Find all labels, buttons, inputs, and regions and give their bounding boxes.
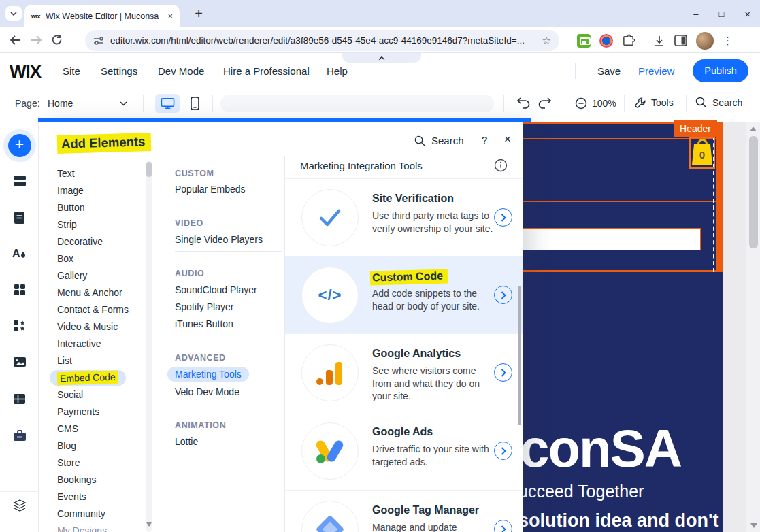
menu-settings[interactable]: Settings xyxy=(101,65,137,77)
page-selector[interactable]: Home xyxy=(48,98,73,109)
forward-button[interactable] xyxy=(26,30,46,50)
category-bookings[interactable]: Bookings xyxy=(57,474,97,485)
category-my-designs[interactable]: My Designs xyxy=(57,525,107,532)
category-blog[interactable]: Blog xyxy=(57,440,76,451)
category-events[interactable]: Events xyxy=(57,491,86,502)
close-window-button[interactable]: × xyxy=(744,8,750,20)
category-video-music[interactable]: Video & Music xyxy=(57,321,118,332)
browser-tab[interactable]: wix Wix Website Editor | Muconsa × xyxy=(24,5,180,27)
mobile-view-button[interactable] xyxy=(184,94,205,113)
editor-search-button[interactable]: Search xyxy=(695,97,742,108)
category-button[interactable]: Button xyxy=(57,202,84,213)
category-store[interactable]: Store xyxy=(57,457,80,468)
side-panel-icon[interactable] xyxy=(674,35,687,46)
row-google-ads[interactable]: Google Ads Drive traffic to your site wi… xyxy=(285,412,523,489)
category-payments[interactable]: Payments xyxy=(57,406,99,417)
header-section-label[interactable]: Header xyxy=(674,120,717,137)
category-decorative[interactable]: Decorative xyxy=(57,236,103,247)
panel-search-button[interactable]: Search xyxy=(414,135,464,146)
undo-button[interactable] xyxy=(516,97,531,110)
address-bar[interactable]: editor.wix.com/html/editor/web/renderer/… xyxy=(85,30,559,51)
redo-button[interactable] xyxy=(538,97,552,110)
sidebar-cms-button[interactable] xyxy=(0,393,39,405)
category-box[interactable]: Box xyxy=(57,253,73,264)
desktop-view-button[interactable] xyxy=(155,94,180,113)
category-image[interactable]: Image xyxy=(57,185,84,196)
zoom-control[interactable]: 100% xyxy=(575,97,616,110)
subcat-soundcloud-player[interactable]: SoundCloud Player xyxy=(175,284,257,295)
hero-heading-text[interactable]: solution idea and don't know xyxy=(523,510,723,531)
publish-button[interactable]: Publish xyxy=(693,59,748,82)
profile-avatar[interactable] xyxy=(696,32,714,50)
minimize-button[interactable]: – xyxy=(693,9,698,19)
wix-logo[interactable]: WIX xyxy=(10,61,41,82)
scroll-down-icon[interactable] xyxy=(146,522,152,527)
subcat-spotify-player[interactable]: Spotify Player xyxy=(175,301,233,312)
panel-help-button[interactable]: ? xyxy=(482,134,487,146)
downloads-icon[interactable] xyxy=(653,35,665,47)
chevron-right-icon[interactable] xyxy=(494,208,512,227)
scroll-down-button[interactable] xyxy=(746,523,760,528)
extensions-puzzle-icon[interactable] xyxy=(622,34,635,47)
menu-hire-a-professional[interactable]: Hire a Professional xyxy=(223,65,310,77)
sidebar-media-button[interactable] xyxy=(0,356,39,367)
sidebar-pages-button[interactable] xyxy=(0,211,39,225)
category-community[interactable]: Community xyxy=(57,508,105,519)
category-list[interactable]: List xyxy=(57,355,72,366)
hero-title-text[interactable]: conSA xyxy=(523,418,681,480)
chevron-right-icon[interactable] xyxy=(494,286,512,304)
category-cms[interactable]: CMS xyxy=(57,423,78,434)
row-google-analytics[interactable]: Google Analytics See where visitors come… xyxy=(285,333,523,411)
hero-tagline-text[interactable]: ucceed Together xyxy=(523,482,644,501)
site-canvas[interactable]: conSA ucceed Together solution idea and … xyxy=(523,122,723,532)
row-custom-code[interactable]: </> Custom Code Add code snippets to the… xyxy=(285,256,523,333)
sidebar-site-design-button[interactable]: A xyxy=(0,247,39,260)
chevron-right-icon[interactable] xyxy=(494,442,512,460)
row-site-verification[interactable]: Site Verification Use third party meta t… xyxy=(285,178,523,256)
chevron-right-icon[interactable] xyxy=(494,520,512,532)
subcat-marketing-tools-selected[interactable]: Marketing Tools xyxy=(175,367,249,382)
menu-help[interactable]: Help xyxy=(327,65,348,77)
category-gallery[interactable]: Gallery xyxy=(57,270,87,281)
chevron-right-icon[interactable] xyxy=(494,363,512,382)
sidebar-layers-button[interactable] xyxy=(0,499,39,512)
category-scrollbar[interactable] xyxy=(146,161,152,532)
subcat-itunes-button[interactable]: iTunes Button xyxy=(175,318,233,329)
category-contact-forms[interactable]: Contact & Forms xyxy=(57,304,129,315)
panel-close-button[interactable]: × xyxy=(504,133,511,146)
sidebar-sections-button[interactable] xyxy=(0,176,39,186)
info-icon[interactable] xyxy=(494,159,508,172)
maximize-button[interactable]: □ xyxy=(718,9,724,19)
extension-lens-icon[interactable] xyxy=(599,34,613,48)
subcat-popular-embeds[interactable]: Popular Embeds xyxy=(175,184,246,195)
row-google-tag-manager[interactable]: Google Tag Manager Manage and update xyxy=(285,490,523,532)
tab-search-button[interactable] xyxy=(5,6,22,21)
content-scrollbar-thumb[interactable] xyxy=(518,286,521,425)
menu-dev-mode[interactable]: Dev Mode xyxy=(158,65,204,77)
page-scrollbar-thumb[interactable] xyxy=(749,136,758,248)
category-social[interactable]: Social xyxy=(57,389,83,400)
collapse-bar-button[interactable] xyxy=(342,53,421,63)
sidebar-add-elements-button[interactable]: + xyxy=(0,129,39,162)
category-embed-code-selected[interactable]: Embed Code xyxy=(57,370,126,386)
sidebar-business-button[interactable] xyxy=(0,430,39,442)
category-text[interactable]: Text xyxy=(57,168,75,179)
save-button[interactable]: Save xyxy=(597,65,621,77)
subcat-lottie[interactable]: Lottie xyxy=(175,436,198,447)
subcat-single-video-players[interactable]: Single Video Players xyxy=(175,234,263,245)
sidebar-app-market-button[interactable] xyxy=(0,284,39,296)
menu-site[interactable]: Site xyxy=(63,65,80,77)
browser-menu-icon[interactable]: ⋮ xyxy=(723,35,733,47)
category-menu-anchor[interactable]: Menu & Anchor xyxy=(57,287,122,298)
chevron-down-icon[interactable] xyxy=(120,101,127,106)
page-scrollbar[interactable] xyxy=(746,122,760,532)
tools-button[interactable]: Tools xyxy=(634,97,674,109)
tab-close-icon[interactable]: × xyxy=(167,11,173,21)
reload-button[interactable] xyxy=(46,30,67,50)
bookmark-star-icon[interactable]: ☆ xyxy=(542,35,551,47)
category-strip[interactable]: Strip xyxy=(57,219,77,230)
cart-widget[interactable]: 0 xyxy=(689,137,715,169)
category-interactive[interactable]: Interactive xyxy=(57,338,101,349)
new-tab-button[interactable]: + xyxy=(191,5,207,22)
back-button[interactable] xyxy=(5,30,26,50)
